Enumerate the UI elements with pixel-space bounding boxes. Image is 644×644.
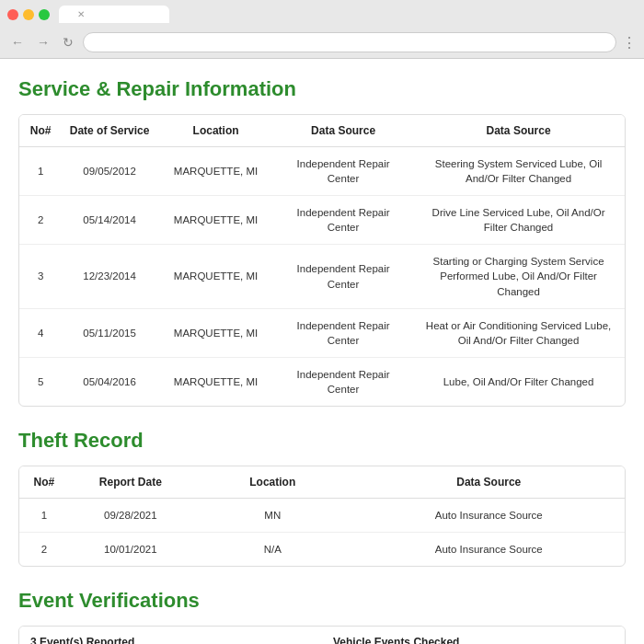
service-cell-date: 05/04/2016 [62, 357, 157, 406]
theft-cell-no: 2 [19, 533, 69, 567]
theft-table-row: 1 09/28/2021 MN Auto Insurance Source [19, 499, 625, 533]
theft-table-row: 2 10/01/2021 N/A Auto Insurance Source [19, 533, 625, 567]
theft-cell-location: MN [192, 499, 353, 533]
tab-bar: ✕ [7, 6, 637, 23]
theft-cell-date: 10/01/2021 [69, 533, 192, 567]
theft-table-header-row: No# Report Date Location Data Source [19, 466, 625, 499]
theft-cell-date: 09/28/2021 [69, 499, 192, 533]
service-table-row: 3 12/23/2014 MARQUETTE, MI Independent R… [19, 245, 625, 308]
service-cell-date: 05/11/2015 [62, 308, 157, 357]
back-button[interactable]: ← [7, 33, 28, 52]
theft-cell-no: 1 [19, 499, 69, 533]
theft-table-body: 1 09/28/2021 MN Auto Insurance Source 2 … [19, 499, 625, 567]
service-table-row: 5 05/04/2016 MARQUETTE, MI Independent R… [19, 357, 625, 406]
service-cell-location: MARQUETTE, MI [157, 245, 274, 308]
service-col-source2: Data Source [412, 115, 625, 147]
event-table-container: 3 Event(s) Reported Vehicle Events Check… [18, 626, 626, 644]
tab-close-button[interactable]: ✕ [77, 9, 85, 19]
event-col1-header: 3 Event(s) Reported [19, 627, 322, 644]
service-cell-location: MARQUETTE, MI [157, 357, 274, 406]
address-bar[interactable] [83, 32, 616, 52]
refresh-button[interactable]: ↻ [59, 33, 77, 52]
theft-col-source: Data Source [353, 466, 625, 499]
service-cell-source2: Steering System Serviced Lube, Oil And/O… [412, 147, 625, 196]
service-col-location: Location [157, 115, 274, 147]
service-cell-no: 2 [19, 196, 62, 245]
browser-tab[interactable]: ✕ [59, 6, 169, 23]
service-cell-no: 1 [19, 147, 62, 196]
service-cell-location: MARQUETTE, MI [157, 196, 274, 245]
service-cell-date: 05/14/2014 [62, 196, 157, 245]
theft-cell-location: N/A [192, 533, 353, 567]
close-traffic-light[interactable] [7, 9, 18, 20]
service-section-title: Service & Repair Information [18, 77, 626, 101]
service-col-date: Date of Service [62, 115, 157, 147]
service-table-container: No# Date of Service Location Data Source… [18, 114, 626, 407]
browser-toolbar: ← → ↻ ⋮ [7, 29, 637, 58]
event-header-row: 3 Event(s) Reported Vehicle Events Check… [19, 627, 625, 644]
theft-col-date: Report Date [69, 466, 192, 499]
service-col-no: No# [19, 115, 62, 147]
minimize-traffic-light[interactable] [23, 9, 34, 20]
service-col-source1: Data Source [274, 115, 412, 147]
service-table-row: 4 05/11/2015 MARQUETTE, MI Independent R… [19, 308, 625, 357]
service-cell-source2: Drive Line Serviced Lube, Oil And/Or Fil… [412, 196, 625, 245]
service-cell-no: 4 [19, 308, 62, 357]
service-cell-source1: Independent Repair Center [274, 245, 412, 308]
event-section-title: Event Verifications [18, 589, 626, 613]
page-content: Service & Repair Information No# Date of… [0, 59, 644, 644]
service-cell-source2: Heat or Air Conditioning Serviced Lube, … [412, 308, 625, 357]
browser-chrome: ✕ ← → ↻ ⋮ [0, 0, 644, 59]
browser-menu-button[interactable]: ⋮ [622, 34, 637, 52]
service-cell-location: MARQUETTE, MI [157, 308, 274, 357]
service-table-row: 2 05/14/2014 MARQUETTE, MI Independent R… [19, 196, 625, 245]
service-cell-no: 5 [19, 357, 62, 406]
theft-cell-source: Auto Insurance Source [353, 499, 625, 533]
theft-col-location: Location [192, 466, 353, 499]
service-table: No# Date of Service Location Data Source… [19, 115, 625, 406]
service-cell-source1: Independent Repair Center [274, 196, 412, 245]
service-cell-source2: Starting or Charging System Service Perf… [412, 245, 625, 308]
maximize-traffic-light[interactable] [39, 9, 50, 20]
theft-cell-source: Auto Insurance Source [353, 533, 625, 567]
traffic-lights [7, 9, 50, 20]
service-cell-date: 09/05/2012 [62, 147, 157, 196]
theft-table-container: No# Report Date Location Data Source 1 0… [18, 466, 626, 567]
event-col2-header: Vehicle Events Checked [322, 627, 625, 644]
service-table-header-row: No# Date of Service Location Data Source… [19, 115, 625, 147]
theft-section-title: Theft Record [18, 429, 626, 453]
service-cell-location: MARQUETTE, MI [157, 147, 274, 196]
service-table-row: 1 09/05/2012 MARQUETTE, MI Independent R… [19, 147, 625, 196]
service-cell-source1: Independent Repair Center [274, 147, 412, 196]
service-cell-date: 12/23/2014 [62, 245, 157, 308]
service-cell-source1: Independent Repair Center [274, 357, 412, 406]
theft-col-no: No# [19, 466, 69, 499]
forward-button[interactable]: → [33, 33, 53, 52]
service-cell-source1: Independent Repair Center [274, 308, 412, 357]
service-cell-source2: Lube, Oil And/Or Filter Changed [412, 357, 625, 406]
service-table-body: 1 09/05/2012 MARQUETTE, MI Independent R… [19, 147, 625, 407]
service-cell-no: 3 [19, 245, 62, 308]
theft-table: No# Report Date Location Data Source 1 0… [19, 466, 625, 566]
